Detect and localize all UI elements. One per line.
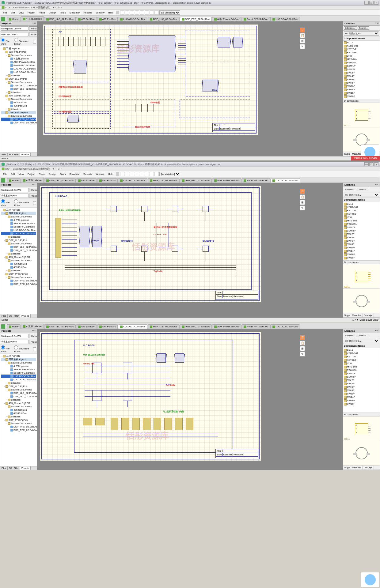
- tree-node[interactable]: Boost PFC.SchDoc: [1, 64, 36, 67]
- component-item[interactable]: SW16P: [343, 399, 380, 402]
- doc-tab[interactable]: DSP_LLC_02.PcbDoc: [44, 178, 76, 183]
- doc-tab[interactable]: Boost PFC.SchDoc: [241, 178, 270, 183]
- preview-tab[interactable]: Supp: [343, 466, 351, 469]
- tree-node[interactable]: DSP_PFC_02.SchDoc: [1, 118, 36, 121]
- tree-node[interactable]: -四章主板.PrjPcb: [1, 358, 36, 361]
- search-button[interactable]: Search...: [358, 26, 369, 30]
- tree-node[interactable]: -485_Comm.PrjPCB: [1, 255, 36, 259]
- tree-node[interactable]: -Source Documents: [1, 405, 36, 408]
- tree-node[interactable]: -Source Documents: [1, 361, 36, 364]
- tree-node[interactable]: -工程 PrjPCB: [1, 354, 36, 358]
- doc-tab[interactable]: 485.PcbDoc: [97, 178, 118, 183]
- component-item[interactable]: SW 6P: [343, 385, 380, 389]
- component-item[interactable]: SW18P: [343, 95, 380, 98]
- component-item[interactable]: SW10P: [343, 85, 380, 88]
- toolbar-icon[interactable]: [120, 172, 124, 176]
- doc-tab[interactable]: Home: [7, 178, 21, 183]
- panel-tab[interactable]: Files: [0, 314, 8, 318]
- doc-tab[interactable]: 485.PcbDoc: [97, 17, 118, 21]
- component-item[interactable]: MTS-10x: [343, 219, 380, 222]
- tree-node[interactable]: -DSP_PFC.PrjPcb: [1, 418, 36, 422]
- preview-tab[interactable]: Descript: [363, 466, 374, 469]
- panel-tab[interactable]: Files: [0, 466, 8, 470]
- menu-window[interactable]: Window: [94, 11, 106, 14]
- doc-tab[interactable]: AUX Power.SchDoc: [212, 324, 241, 329]
- dropdown-icon[interactable]: ▾ ・ ⊙ ・: [53, 6, 63, 9]
- project-field[interactable]: [1, 340, 28, 344]
- tree-node[interactable]: DSP_PFC_02.PcbDoc: [1, 121, 36, 124]
- component-item[interactable]: SW 4P: [343, 236, 380, 239]
- search-button[interactable]: Search...: [358, 334, 369, 337]
- preview-tab[interactable]: Manufac: [351, 313, 363, 317]
- libraries-button[interactable]: Libraries...: [344, 334, 357, 337]
- tree-node[interactable]: -Source Documents: [1, 114, 36, 118]
- tree-node[interactable]: -485_Comm.PrjPCB: [1, 94, 36, 97]
- component-item[interactable]: EC11: [343, 202, 380, 205]
- component-item[interactable]: PB0145L: [343, 61, 380, 64]
- component-item[interactable]: SSW1P: [343, 226, 380, 229]
- toolbar-icon[interactable]: [120, 10, 124, 15]
- menu-view[interactable]: View: [17, 11, 25, 14]
- menu-simulator[interactable]: Simulator: [68, 172, 81, 176]
- component-item[interactable]: KED1-101: [343, 352, 380, 355]
- doc-tab[interactable]: AUX Power.SchDoc: [212, 17, 241, 21]
- component-item[interactable]: SW 2P: [343, 71, 380, 74]
- menu-place[interactable]: Place: [37, 11, 47, 14]
- component-item[interactable]: KET 7x7: [343, 209, 380, 212]
- component-item[interactable]: SW14P: [343, 88, 380, 91]
- doc-tab[interactable]: 4 主板.pcbdoc: [21, 178, 44, 183]
- structure-editor-radio[interactable]: Structure Editor: [14, 345, 31, 353]
- toolbar-icon[interactable]: [135, 172, 139, 176]
- preview-tab[interactable]: Supp: [343, 152, 351, 156]
- project-tree[interactable]: -工程 PrjPCB-四章主板.PrjPcb-Source Documents …: [0, 46, 37, 153]
- libraries-button[interactable]: Libraries...: [344, 188, 357, 191]
- toolbar-icon[interactable]: [130, 172, 134, 176]
- libraries-button[interactable]: Libraries...: [344, 26, 357, 30]
- component-item[interactable]: KET 7x7: [343, 47, 380, 51]
- component-item[interactable]: KET-8x9: [343, 212, 380, 216]
- tree-node[interactable]: +Libraries: [1, 74, 36, 77]
- tree-node[interactable]: DSP_PFC_02.SchDoc: [1, 425, 36, 428]
- toolbar-icon[interactable]: [154, 10, 159, 15]
- tree-node[interactable]: DSP_PFC_02.PcbDoc: [1, 282, 36, 286]
- component-item[interactable]: EC11: [343, 41, 380, 44]
- toolbar-icon[interactable]: [150, 10, 154, 15]
- panel-menu-icon[interactable]: ▾ ×: [375, 22, 378, 25]
- preview-tab[interactable]: Manufac: [351, 466, 363, 469]
- tree-node[interactable]: -DSP_LLC.PrjPcb: [1, 385, 36, 388]
- doc-tab[interactable]: Home: [7, 324, 21, 329]
- tree-node[interactable]: +Libraries: [1, 107, 36, 111]
- tree-node[interactable]: LLC DC-AC.SchDoc: [1, 70, 36, 74]
- toolbar-icon[interactable]: [140, 172, 144, 176]
- component-item[interactable]: SSW2P: [343, 229, 380, 232]
- doc-tab[interactable]: LLC AC-DC.SchDoc: [118, 324, 147, 329]
- doc-tab[interactable]: LLC DC-AC.SchDoc: [270, 178, 300, 183]
- panel-menu-icon[interactable]: ▾ ×: [32, 330, 36, 332]
- side-tool-icon[interactable]: ⊞: [300, 346, 305, 351]
- library-select[interactable]: 0.7 常用封装-6.v: [344, 31, 379, 36]
- component-item[interactable]: MTS-10x: [343, 365, 380, 368]
- tree-node[interactable]: +Libraries: [1, 235, 36, 239]
- doc-tab[interactable]: 485.PcbDoc: [97, 324, 118, 329]
- panel-menu-icon[interactable]: ▾ ×: [32, 22, 36, 25]
- tree-node[interactable]: -四章主板.PrjPcb: [1, 50, 36, 54]
- toolbar-icon[interactable]: [125, 172, 129, 176]
- component-list[interactable]: Component NameEC11KED1-101KET 7x7KET-8x9…: [343, 36, 380, 99]
- component-item[interactable]: KET-8x9: [343, 358, 380, 362]
- component-item[interactable]: LTW: [343, 362, 380, 365]
- doc-tab[interactable]: DSP_PFC_02.SchDoc: [180, 324, 212, 329]
- doc-tab[interactable]: 4 主板.pcbdoc: [21, 324, 44, 329]
- home-icon[interactable]: [1, 17, 5, 21]
- tree-node[interactable]: -DSP_PFC.PrjPcb: [1, 111, 36, 114]
- menu-edit[interactable]: Edit: [9, 11, 17, 14]
- doc-tab[interactable]: DSP_LLC_02.SchDoc: [148, 178, 179, 183]
- tree-node[interactable]: -Source Documents: [1, 388, 36, 391]
- toolbar-icon[interactable]: [145, 10, 149, 15]
- search-button[interactable]: Search...: [358, 188, 369, 191]
- panel-tab[interactable]: Projects: [20, 314, 31, 318]
- workspace-field[interactable]: [1, 334, 28, 338]
- tree-node[interactable]: LLC AC-DC.SchDoc: [1, 375, 36, 378]
- tree-node[interactable]: 485.PcbDoc: [1, 104, 36, 107]
- doc-tab[interactable]: Home: [7, 17, 21, 21]
- panel-menu-icon[interactable]: ▾ ×: [375, 330, 378, 332]
